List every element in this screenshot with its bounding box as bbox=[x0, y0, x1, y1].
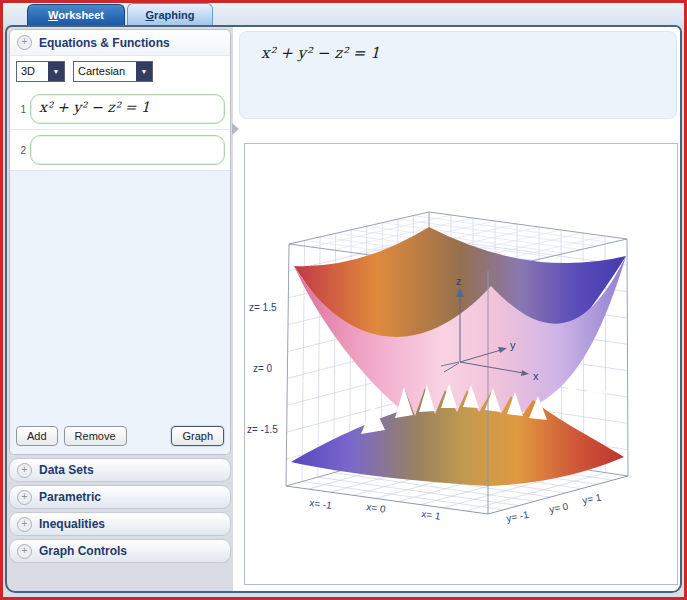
equation-row-number: 2 bbox=[15, 135, 26, 165]
x-tick: x= -1 bbox=[309, 497, 333, 511]
expand-icon[interactable]: + bbox=[17, 544, 32, 559]
sidebar-splitter-handle[interactable] bbox=[232, 123, 239, 135]
y-tick: y= 1 bbox=[581, 491, 602, 506]
coordinate-select[interactable]: Cartesian ▼ bbox=[73, 61, 153, 82]
graph-panel: z y x z= 1.5 z= 0 z= -1.5 x= -1 x= 0 x= … bbox=[244, 143, 678, 585]
y-tick: y= -1 bbox=[505, 509, 530, 524]
tab-strip: Worksheet Graphing bbox=[3, 3, 684, 25]
equation-row-number: 1 bbox=[15, 94, 26, 124]
dimension-select-value: 3D bbox=[17, 62, 46, 81]
dimension-select[interactable]: 3D ▼ bbox=[16, 61, 65, 82]
3d-plot[interactable]: z y x z= 1.5 z= 0 z= -1.5 x= -1 x= 0 x= … bbox=[245, 144, 677, 584]
equations-panel-title: Equations & Functions bbox=[39, 36, 170, 50]
tab-graphing-label: Graphing bbox=[146, 9, 195, 21]
dropdown-arrow-icon[interactable]: ▼ bbox=[134, 62, 152, 81]
tab-worksheet-label: Worksheet bbox=[48, 9, 104, 21]
graph-button[interactable]: Graph bbox=[171, 426, 224, 446]
z-tick: z= -1.5 bbox=[247, 424, 278, 435]
panel-parametric-label: Parametric bbox=[39, 490, 101, 504]
panel-graph-controls-label: Graph Controls bbox=[39, 544, 127, 558]
equations-panel-header[interactable]: + Equations & Functions bbox=[10, 30, 230, 55]
x-axis-label: x bbox=[533, 370, 539, 382]
equation-display-panel: x² + y² − z² = 1 bbox=[239, 31, 677, 119]
equation-options-row: 3D ▼ Cartesian ▼ bbox=[10, 55, 230, 89]
expand-icon[interactable]: + bbox=[17, 517, 32, 532]
app-window: + Equations & Functions 3D ▼ Cartesian ▼… bbox=[5, 25, 682, 593]
panel-parametric[interactable]: + Parametric bbox=[9, 485, 231, 509]
equation-row-2: 2 bbox=[10, 130, 230, 171]
panel-graph-controls[interactable]: + Graph Controls bbox=[9, 539, 231, 563]
remove-button[interactable]: Remove bbox=[64, 426, 127, 446]
equation-input-1[interactable]: x² + y² − z² = 1 bbox=[30, 94, 225, 124]
x-tick: x= 1 bbox=[421, 508, 442, 522]
expand-icon[interactable]: + bbox=[17, 490, 32, 505]
equation-display-text: x² + y² − z² = 1 bbox=[261, 44, 676, 62]
add-button[interactable]: Add bbox=[16, 426, 58, 446]
tab-worksheet[interactable]: Worksheet bbox=[27, 4, 125, 25]
dropdown-arrow-icon[interactable]: ▼ bbox=[46, 62, 64, 81]
z-tick: z= 1.5 bbox=[249, 302, 277, 313]
equation-list-filler bbox=[10, 171, 230, 421]
panel-data-sets[interactable]: + Data Sets bbox=[9, 458, 231, 482]
panel-inequalities[interactable]: + Inequalities bbox=[9, 512, 231, 536]
equation-input-2[interactable] bbox=[30, 135, 225, 165]
coordinate-select-value: Cartesian bbox=[74, 62, 134, 81]
equation-buttons-row: Add Remove Graph bbox=[10, 421, 230, 454]
tab-graphing[interactable]: Graphing bbox=[127, 3, 213, 26]
panel-data-sets-label: Data Sets bbox=[39, 463, 94, 477]
equations-panel: + Equations & Functions 3D ▼ Cartesian ▼… bbox=[9, 29, 231, 455]
x-tick: x= 0 bbox=[366, 501, 387, 515]
app-frame: Worksheet Graphing + Equations & Functio… bbox=[0, 0, 687, 600]
z-axis-label: z bbox=[456, 275, 462, 287]
expand-icon[interactable]: + bbox=[17, 463, 32, 478]
panel-inequalities-label: Inequalities bbox=[39, 517, 105, 531]
y-tick: y= 0 bbox=[548, 500, 569, 515]
y-axis-label: y bbox=[510, 339, 516, 351]
z-tick: z= 0 bbox=[253, 363, 273, 374]
equation-row-1: 1 x² + y² − z² = 1 bbox=[10, 89, 230, 130]
expand-collapse-icon[interactable]: + bbox=[17, 35, 32, 50]
